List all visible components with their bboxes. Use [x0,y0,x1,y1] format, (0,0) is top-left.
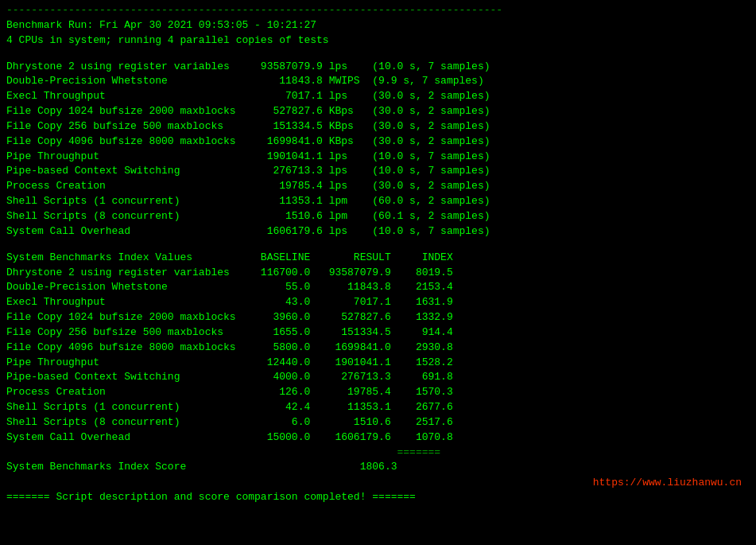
metric-row: Shell Scripts (8 concurrent) 1510.6 lpm … [6,209,750,224]
metric-row: Pipe-based Context Switching 276713.3 lp… [6,164,750,179]
index-row: Shell Scripts (1 concurrent) 42.4 11353.… [6,400,750,415]
index-section: System Benchmarks Index Values BASELINE … [6,251,750,476]
index-row: Pipe Throughput 12440.0 1901041.1 1528.2 [6,356,750,371]
cpu-info-line: 4 CPUs in system; running 4 parallel cop… [6,33,750,49]
metric-row: Pipe Throughput 1901041.1 lps (10.0 s, 7… [6,150,750,165]
index-row: File Copy 4096 bufsize 8000 maxblocks 58… [6,341,750,356]
index-row: Double-Precision Whetstone 55.0 11843.8 … [6,280,750,295]
benchmark-run-line: Benchmark Run: Fri Apr 30 2021 09:53:05 … [6,18,750,33]
metric-row: Double-Precision Whetstone 11843.8 MWIPS… [6,74,750,89]
index-row: Shell Scripts (8 concurrent) 6.0 1510.6 … [6,415,750,430]
top-divider: ----------------------------------------… [6,3,750,18]
metric-row: Execl Throughput 7017.1 lps (30.0 s, 2 s… [6,89,750,104]
index-row: File Copy 1024 bufsize 2000 maxblocks 39… [6,310,750,325]
metric-row: File Copy 256 bufsize 500 maxblocks 1513… [6,119,750,134]
metric-row: Dhrystone 2 using register variables 935… [6,60,750,75]
index-row: Process Creation 126.0 19785.4 1570.3 [6,385,750,400]
footer-line: ======= Script description and score com… [6,490,750,505]
index-row: System Call Overhead 15000.0 1606179.6 1… [6,430,750,446]
metric-row: File Copy 4096 bufsize 8000 maxblocks 16… [6,134,750,150]
index-row: File Copy 256 bufsize 500 maxblocks 1655… [6,325,750,341]
watermark: https://www.liuzhanwu.cn [6,477,750,489]
score-line: System Benchmarks Index Score 1806.3 [6,460,750,475]
equals-separator: ======= [6,446,750,461]
metric-row: Shell Scripts (1 concurrent) 11353.1 lpm… [6,194,750,209]
metric-row: System Call Overhead 1606179.6 lps (10.0… [6,224,750,239]
index-row: Execl Throughput 43.0 7017.1 1631.9 [6,295,750,310]
metric-row: File Copy 1024 bufsize 2000 maxblocks 52… [6,104,750,119]
terminal: ----------------------------------------… [6,3,750,542]
index-row: Dhrystone 2 using register variables 116… [6,266,750,281]
index-table-header: System Benchmarks Index Values BASELINE … [6,251,750,266]
metrics-section: Dhrystone 2 using register variables 935… [6,60,750,239]
metric-row: Process Creation 19785.4 lps (30.0 s, 2 … [6,179,750,194]
index-row: Pipe-based Context Switching 4000.0 2767… [6,370,750,385]
